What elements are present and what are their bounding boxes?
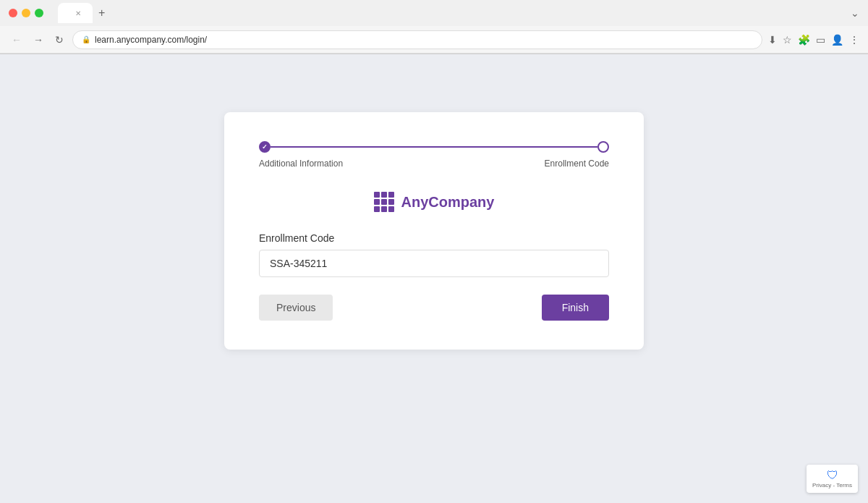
logo-dot-3 bbox=[388, 192, 394, 198]
lock-icon: 🔒 bbox=[82, 35, 90, 43]
button-row: Previous Finish bbox=[259, 295, 609, 321]
step-labels: Additional Information Enrollment Code bbox=[259, 158, 609, 169]
step2-dot bbox=[597, 141, 609, 153]
step1-dot bbox=[259, 141, 271, 153]
recaptcha-text: Privacy - Terms bbox=[812, 482, 852, 489]
logo-dot-6 bbox=[388, 199, 394, 205]
logo-dot-4 bbox=[374, 199, 380, 205]
tab-close-icon[interactable]: ✕ bbox=[75, 9, 81, 17]
recaptcha-badge: 🛡 Privacy - Terms bbox=[807, 465, 858, 493]
url-text: learn.anycompany.com/login/ bbox=[95, 35, 207, 45]
extension-icon[interactable]: 🧩 bbox=[798, 34, 810, 46]
enrollment-code-input[interactable] bbox=[259, 250, 609, 277]
progress-line bbox=[271, 146, 597, 148]
close-button[interactable] bbox=[9, 9, 17, 17]
address-bar[interactable]: 🔒 learn.anycompany.com/login/ bbox=[72, 30, 762, 49]
recaptcha-icon: 🛡 bbox=[827, 469, 838, 482]
toolbar-actions: ⬇ ☆ 🧩 ▭ 👤 ⋮ bbox=[768, 34, 859, 46]
enrollment-code-label: Enrollment Code bbox=[259, 232, 609, 244]
new-tab-icon[interactable]: + bbox=[98, 7, 105, 20]
browser-tab[interactable]: ✕ bbox=[58, 3, 93, 23]
logo-dot-7 bbox=[374, 206, 380, 212]
minimize-button[interactable] bbox=[22, 9, 30, 17]
window-controls: ⌄ bbox=[851, 7, 859, 19]
progress-line-wrapper bbox=[259, 141, 609, 153]
logo-dot-2 bbox=[381, 192, 387, 198]
traffic-lights bbox=[9, 9, 43, 17]
back-button[interactable]: ← bbox=[9, 33, 25, 47]
bookmark-star-icon[interactable]: ☆ bbox=[783, 34, 792, 46]
menu-icon[interactable]: ⋮ bbox=[849, 34, 859, 46]
logo-dot-5 bbox=[381, 199, 387, 205]
browser-toolbar: ← → ↻ 🔒 learn.anycompany.com/login/ ⬇ ☆ … bbox=[0, 26, 868, 54]
finish-button[interactable]: Finish bbox=[542, 295, 609, 321]
logo-dot-8 bbox=[381, 206, 387, 212]
browser-chrome: ✕ + ⌄ ← → ↻ 🔒 learn.anycompany.com/login… bbox=[0, 0, 868, 54]
maximize-button[interactable] bbox=[35, 9, 43, 17]
profile-icon[interactable]: 👤 bbox=[831, 34, 843, 46]
download-icon[interactable]: ⬇ bbox=[768, 34, 777, 46]
browser-titlebar: ✕ + ⌄ bbox=[0, 0, 868, 26]
tab-bar: ✕ + bbox=[58, 3, 845, 23]
logo-grid-icon bbox=[374, 192, 394, 212]
previous-button[interactable]: Previous bbox=[259, 295, 333, 321]
refresh-button[interactable]: ↻ bbox=[52, 33, 67, 47]
step1-label: Additional Information bbox=[259, 158, 343, 169]
logo-dot-9 bbox=[388, 206, 394, 212]
logo-container: AnyCompany bbox=[259, 192, 609, 212]
logo-dot-1 bbox=[374, 192, 380, 198]
page-content: Additional Information Enrollment Code A… bbox=[0, 54, 868, 503]
step2-label: Enrollment Code bbox=[545, 158, 609, 169]
sidebar-icon[interactable]: ▭ bbox=[816, 34, 825, 46]
progress-container: Additional Information Enrollment Code bbox=[259, 141, 609, 169]
enrollment-card: Additional Information Enrollment Code A… bbox=[224, 112, 644, 350]
logo-text: AnyCompany bbox=[401, 194, 495, 211]
forward-button[interactable]: → bbox=[30, 33, 46, 47]
